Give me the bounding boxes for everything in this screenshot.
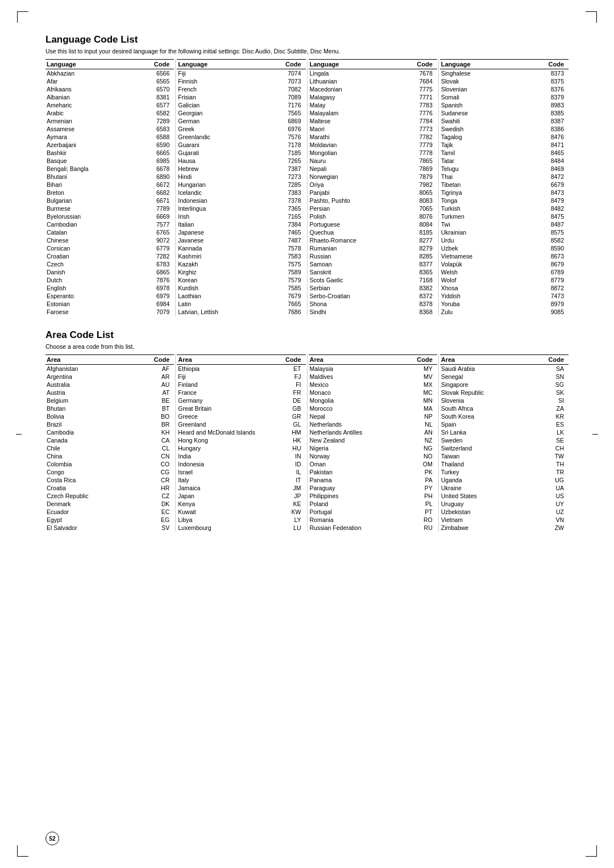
area-name: Slovenia bbox=[440, 397, 528, 404]
language-name: Slovak bbox=[440, 77, 520, 85]
table-row: UruguayUY bbox=[440, 500, 569, 508]
area-code: DK bbox=[133, 500, 175, 508]
language-col-2: Language Code Fiji7074Finnish7073French7… bbox=[177, 59, 305, 316]
table-row: Latin7665 bbox=[177, 300, 305, 308]
table-row: Hausa7265 bbox=[177, 157, 305, 165]
language-code: 8465 bbox=[520, 149, 569, 157]
language-name: Pashto, Pushto bbox=[309, 197, 399, 205]
area-col4-header-area: Area bbox=[440, 355, 528, 365]
language-code: 8372 bbox=[399, 292, 437, 300]
area-name: Turkey bbox=[440, 468, 528, 476]
table-row: AustriaAT bbox=[45, 389, 174, 397]
table-row: Byelorussian6669 bbox=[45, 212, 174, 220]
table-row: Azerbaijani6590 bbox=[45, 141, 174, 149]
area-name: Heard and McDonald Islands bbox=[177, 428, 279, 436]
language-name: Breton bbox=[45, 189, 133, 197]
table-row: Breton6682 bbox=[45, 189, 174, 197]
table-row: Tagalog8476 bbox=[440, 133, 569, 141]
language-name: Laothian bbox=[177, 292, 263, 300]
area-code: MX bbox=[402, 381, 437, 389]
language-col-4: Language Code Singhalese8373Slovak8375Sl… bbox=[440, 59, 569, 316]
language-code: 7082 bbox=[263, 85, 305, 93]
area-name: Uzbekistan bbox=[440, 508, 528, 516]
table-row: El SalvadorSV bbox=[45, 524, 174, 532]
language-code: 7383 bbox=[263, 189, 305, 197]
language-code: 8083 bbox=[399, 197, 437, 205]
table-row: ThailandTH bbox=[440, 460, 569, 468]
table-row: CanadaCA bbox=[45, 436, 174, 444]
table-row: Zulu9085 bbox=[440, 308, 569, 316]
area-name: Kuwait bbox=[177, 508, 279, 516]
language-code: 7778 bbox=[399, 149, 437, 157]
language-code: 7289 bbox=[133, 117, 174, 125]
table-row: Hindi7273 bbox=[177, 173, 305, 181]
language-code: 7089 bbox=[263, 93, 305, 101]
area-code: HR bbox=[133, 484, 175, 492]
table-row: Hebrew7387 bbox=[177, 165, 305, 173]
area-name: Monaco bbox=[309, 389, 402, 397]
area-name: Taiwan bbox=[440, 452, 528, 460]
corner-mark-tl bbox=[17, 11, 28, 23]
table-row: Tigrinya8473 bbox=[440, 189, 569, 197]
table-row: TaiwanTW bbox=[440, 452, 569, 460]
area-code: AF bbox=[133, 365, 175, 373]
language-name: Spanish bbox=[440, 101, 520, 109]
language-name: Wolof bbox=[440, 276, 520, 284]
language-name: Volapük bbox=[440, 260, 520, 268]
language-code: 7577 bbox=[133, 220, 174, 228]
table-row: EthiopiaET bbox=[177, 365, 305, 373]
area-code: TH bbox=[528, 460, 569, 468]
area-code: FI bbox=[279, 381, 305, 389]
language-col-3: Language Code Lingala7678Lithuanian7684M… bbox=[309, 59, 437, 316]
language-name: Portuguese bbox=[309, 220, 399, 228]
table-row: MoroccoMA bbox=[309, 404, 437, 412]
area-name: Senegal bbox=[440, 373, 528, 381]
language-code: 8277 bbox=[399, 236, 437, 244]
area-name: New Zealand bbox=[309, 436, 402, 444]
area-name: Poland bbox=[309, 500, 402, 508]
table-row: Shona8378 bbox=[309, 300, 437, 308]
area-col3-header-code: Code bbox=[402, 355, 437, 365]
language-code: 7365 bbox=[263, 205, 305, 212]
language-name: Tamil bbox=[440, 149, 520, 157]
table-row: Volapük8679 bbox=[440, 260, 569, 268]
area-code: EC bbox=[133, 508, 175, 516]
table-row: Gujarati7185 bbox=[177, 149, 305, 157]
area-code: LU bbox=[279, 524, 305, 532]
area-name: Belgium bbox=[45, 397, 133, 404]
table-row: Quechua8185 bbox=[309, 228, 437, 236]
table-row: Latvian, Lettish7686 bbox=[177, 308, 305, 316]
table-row: Marathi7782 bbox=[309, 133, 437, 141]
area-name: Argentina bbox=[45, 373, 133, 381]
language-code: 6672 bbox=[133, 181, 174, 189]
area-code: MY bbox=[402, 365, 437, 373]
language-code: 8378 bbox=[399, 300, 437, 308]
language-code: 8482 bbox=[520, 205, 569, 212]
area-name: Portugal bbox=[309, 508, 402, 516]
language-name: Icelandic bbox=[177, 189, 263, 197]
table-row: PanamaPA bbox=[309, 476, 437, 484]
table-row: VietnamVN bbox=[440, 516, 569, 524]
language-section-title: Language Code List bbox=[45, 34, 569, 45]
language-code: 8376 bbox=[520, 85, 569, 93]
table-row: RomaniaRO bbox=[309, 516, 437, 524]
table-row: Bihari6672 bbox=[45, 181, 174, 189]
table-row: Chinese9072 bbox=[45, 236, 174, 244]
language-name: Gujarati bbox=[177, 149, 263, 157]
table-row: Japanese7465 bbox=[177, 228, 305, 236]
table-row: SingaporeSG bbox=[440, 381, 569, 389]
area-name: Egypt bbox=[45, 516, 133, 524]
table-row: Slovak8375 bbox=[440, 77, 569, 85]
language-code: 6577 bbox=[133, 101, 174, 109]
language-code: 8476 bbox=[520, 133, 569, 141]
table-row: Javanese7487 bbox=[177, 236, 305, 244]
area-code: PK bbox=[402, 468, 437, 476]
table-row: Maori7773 bbox=[309, 125, 437, 133]
language-code: 7585 bbox=[263, 284, 305, 292]
area-name: Switzerland bbox=[440, 444, 528, 452]
table-row: Vietnamese8673 bbox=[440, 252, 569, 260]
area-name: Bhutan bbox=[45, 404, 133, 412]
table-row: Swahili8387 bbox=[440, 117, 569, 125]
table-row: FinlandFI bbox=[177, 381, 305, 389]
table-row: Sri LankaLK bbox=[440, 428, 569, 436]
